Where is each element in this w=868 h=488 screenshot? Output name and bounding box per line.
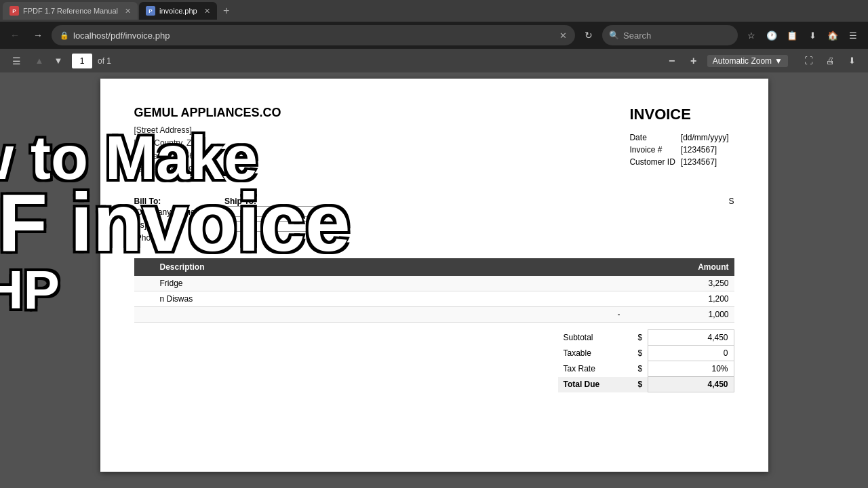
item-price	[612, 276, 667, 291]
bill-to-section: Bill To: [Company Name] [ss] [Phone] Shi…	[134, 197, 734, 245]
subtotal-label: Subtotal	[558, 330, 633, 346]
ship-to-label: Ship To:	[224, 197, 256, 206]
item-desc	[155, 307, 572, 323]
main-area: How to Make PDF invoice in PHP GEMUL APP…	[0, 73, 868, 488]
download-icon[interactable]: ⬇	[803, 26, 822, 45]
subtotal-row: Subtotal $ 4,450	[558, 330, 734, 346]
item-price	[612, 291, 667, 307]
readinglist-icon[interactable]: 📋	[783, 26, 802, 45]
pdf-prev-page[interactable]: ▲	[31, 53, 47, 69]
invoice-num-label: Invoice #	[629, 144, 680, 156]
company-fax: Fax [+12345678]	[134, 163, 281, 176]
tab-close-fpdf[interactable]: ✕	[125, 7, 131, 16]
subtotal-currency: $	[633, 330, 648, 346]
item-qty	[572, 276, 612, 291]
col-amount: Amount	[667, 258, 734, 276]
pdf-download[interactable]: ⬇	[842, 52, 861, 70]
tab-fpdf[interactable]: P FPDF 1.7 Reference Manual ✕	[3, 2, 138, 20]
bill-to: Bill To: [Company Name] [ss] [Phone]	[134, 197, 197, 245]
back-button[interactable]: ←	[5, 26, 24, 45]
pdf-navigation: ▲ ▼	[31, 53, 66, 69]
pdf-print[interactable]: 🖨	[821, 52, 840, 70]
invoice-meta: Date [dd/mm/yyyy] Invoice # [1234567] Cu…	[629, 131, 734, 168]
pdf-fullscreen[interactable]: ⛶	[799, 52, 818, 70]
nav-icons: ☆ 🕐 📋 ⬇ 🏠 ☰	[742, 26, 863, 45]
totaldue-row: Total Due $ 4,450	[558, 377, 734, 392]
tab-label-invoice: invoice.php	[159, 7, 197, 15]
date-value: [dd/mm/yyyy]	[681, 131, 734, 144]
pdf-zoom-out[interactable]: −	[664, 53, 680, 69]
invoice-title-section: INVOICE Date [dd/mm/yyyy] Invoice # [123…	[629, 106, 734, 176]
table-row: n Diswas 1,200	[134, 291, 734, 307]
search-icon: 🔍	[609, 30, 619, 40]
tab-bar: P FPDF 1.7 Reference Manual ✕ P invoice.…	[0, 0, 868, 22]
col-price	[612, 258, 667, 276]
bookmark-icon[interactable]: ☆	[742, 26, 761, 45]
bill-to-address: [ss]	[134, 219, 197, 232]
search-input-placeholder: Search	[623, 30, 651, 41]
pdf-zoom-select[interactable]: Automatic Zoom ▼	[707, 55, 788, 67]
bill-to-label: Bill To:	[134, 197, 161, 206]
pdf-sidebar-toggle[interactable]: ☰	[7, 52, 26, 70]
customer-id-label: Customer ID	[629, 156, 680, 168]
shipping-date: S	[728, 197, 734, 245]
menu-icon[interactable]: ☰	[844, 26, 863, 45]
pdf-zoom-in[interactable]: +	[686, 53, 702, 69]
customer-id-value: [1234567]	[681, 156, 734, 168]
tab-close-invoice[interactable]: ✕	[204, 7, 210, 16]
pdf-page-of: of 1	[98, 56, 111, 66]
invoice-num-value: [1234567]	[681, 144, 734, 156]
pdf-zoom-label: Automatic Zoom	[713, 56, 772, 66]
item-amount: 1,200	[667, 291, 734, 307]
items-table: Description Amount Fridge 3,250 n Diswas	[134, 258, 734, 323]
tab-label-fpdf: FPDF 1.7 Reference Manual	[23, 7, 118, 15]
forward-button[interactable]: →	[28, 26, 47, 45]
taxrate-label: Tax Rate	[558, 361, 633, 377]
taxrate-value: 10%	[648, 361, 734, 377]
item-qty	[572, 291, 612, 307]
taxable-currency: $	[633, 346, 648, 361]
history-icon[interactable]: 🕐	[762, 26, 781, 45]
date-label: Date	[629, 131, 680, 144]
ship-to: Ship To:	[224, 197, 326, 245]
tab-favicon-fpdf: P	[9, 6, 19, 16]
taxable-row: Taxable $ 0	[558, 346, 734, 361]
pdf-page-input[interactable]	[72, 54, 92, 68]
address-bar[interactable]: 🔒 localhost/pdf/invoice.php ✕	[52, 25, 575, 45]
nav-bar: ← → 🔒 localhost/pdf/invoice.php ✕ ↻ 🔍 Se…	[0, 22, 868, 49]
col-num	[134, 258, 155, 276]
item-desc: Fridge	[155, 276, 572, 291]
company-city: [City, Country, ZIP]	[134, 137, 281, 150]
company-name: GEMUL APPLIANCES.CO	[134, 106, 281, 120]
reload-button[interactable]: ↻	[579, 26, 598, 45]
lock-icon: 🔒	[60, 31, 69, 40]
totaldue-value: 4,450	[648, 377, 734, 392]
col-description: Description	[155, 258, 572, 276]
item-amount: 1,000	[667, 307, 734, 323]
item-num	[134, 276, 155, 291]
item-amount: 3,250	[667, 276, 734, 291]
tab-invoice[interactable]: P invoice.php ✕	[139, 2, 217, 20]
pdf-page: GEMUL APPLIANCES.CO [Street Address] [Ci…	[100, 79, 768, 472]
item-price: -	[612, 307, 667, 323]
pdf-next-page[interactable]: ▼	[50, 53, 66, 69]
pdf-zoom-dropdown-icon: ▼	[774, 56, 783, 66]
taxrate-currency: $	[633, 361, 648, 377]
address-text: localhost/pdf/invoice.php	[73, 30, 555, 41]
item-qty	[572, 307, 612, 323]
totaldue-label: Total Due	[558, 377, 633, 392]
item-num	[134, 307, 155, 323]
pdf-right-tools: ⛶ 🖨 ⬇	[799, 52, 861, 70]
totals-table: Subtotal $ 4,450 Taxable $ 0 Tax Rate $ …	[558, 329, 734, 392]
item-desc: n Diswas	[155, 291, 572, 307]
taxrate-row: Tax Rate $ 10%	[558, 361, 734, 377]
reload-icon[interactable]: ✕	[559, 30, 567, 41]
new-tab-button[interactable]: +	[218, 3, 235, 19]
home-icon[interactable]: 🏠	[823, 26, 842, 45]
item-num	[134, 291, 155, 307]
invoice-header: GEMUL APPLIANCES.CO [Street Address] [Ci…	[134, 106, 734, 176]
totaldue-currency: $	[633, 377, 648, 392]
bill-to-phone: [Phone]	[134, 232, 197, 245]
search-bar[interactable]: 🔍 Search	[602, 25, 738, 45]
taxable-label: Taxable	[558, 346, 633, 361]
